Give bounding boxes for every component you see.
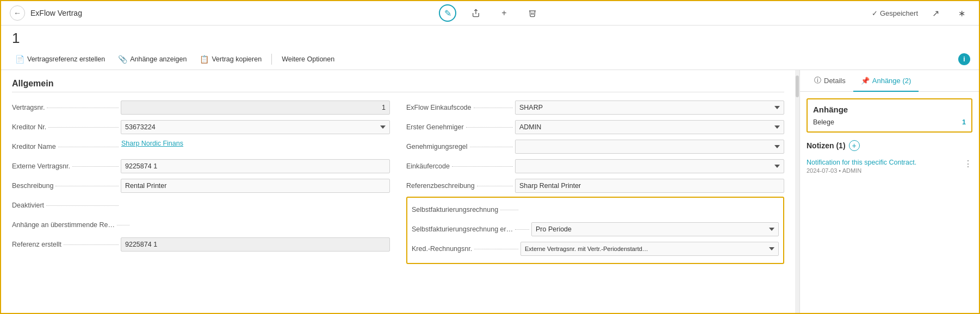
note-menu-button[interactable]: ⋮ — [964, 159, 972, 169]
kreditor-nr-select[interactable]: 53673224 — [121, 120, 390, 134]
referenzbeschreibung-input[interactable] — [515, 179, 784, 193]
add-button[interactable]: + — [495, 4, 513, 22]
clip-icon: 📌 — [861, 77, 870, 85]
scrollbar-thumb[interactable] — [796, 76, 799, 97]
beschreibung-label: Beschreibung — [12, 182, 53, 190]
form-row-kred-rechnungsnr: Kred.-Rechnungsnr. Externe Vertragsnr. m… — [412, 240, 779, 258]
notizen-header: Notizen (1) + — [807, 140, 972, 151]
page-title-bar: 1 — [1, 26, 979, 49]
form-row-genehmigungsregel: Genehmigungsregel — [406, 138, 784, 155]
einkaufscode-label: ExFlow Einkaufscode — [406, 104, 472, 111]
delete-button[interactable] — [524, 4, 541, 22]
form-row-externe-nr: Externe Vertragsnr. — [12, 158, 390, 175]
belege-label: Belege — [813, 118, 834, 126]
tab-details[interactable]: ⓘ Details — [807, 70, 853, 92]
anhaenge-box: Anhänge Belege 1 — [807, 98, 972, 133]
sidebar-content: Anhänge Belege 1 Notizen (1) + Notificat… — [800, 92, 979, 313]
form-col-right: ExFlow Einkaufscode SHARP — [406, 99, 784, 264]
note-author: ADMIN — [842, 167, 861, 174]
genehmiger-select[interactable]: ADMIN — [515, 120, 784, 134]
more-options[interactable]: Weitere Optionen — [276, 53, 340, 66]
copy-contract-button[interactable]: 📋 Vertrag kopieren — [194, 52, 267, 66]
externe-nr-input[interactable] — [121, 159, 390, 173]
kred-rechnungsnr-label: Kred.-Rechnungsnr. — [412, 245, 472, 253]
copy-icon: 📋 — [200, 55, 209, 64]
details-icon: ⓘ — [814, 76, 821, 85]
selbstfakt-er-select[interactable]: Pro Periode — [531, 222, 779, 236]
notizen-title: Notizen (1) — [807, 141, 846, 150]
tab-anhaenge[interactable]: 📌 Anhänge (2) — [853, 70, 919, 92]
genehmigungsregel-select[interactable] — [515, 140, 784, 154]
anhaenge-row: Belege 1 — [813, 118, 966, 126]
create-ref-button[interactable]: 📄 Vertragsreferenz erstellen — [10, 52, 110, 66]
form-row-vertragsnr: Vertragsnr. 1 — [12, 99, 390, 116]
belege-count[interactable]: 1 — [962, 118, 966, 126]
externe-nr-label: Externe Vertragsnr. — [12, 162, 70, 170]
expand-button[interactable]: ↗ — [927, 4, 944, 22]
form-row-referenzbeschreibung: Referenzbeschreibung — [406, 177, 784, 194]
action-separator — [271, 54, 272, 65]
edit-button[interactable]: ✎ — [439, 4, 456, 22]
share-button[interactable] — [467, 4, 485, 22]
form-row-anhaenge-match: Anhänge an überstimmende Re… — [12, 216, 390, 234]
info-circle[interactable]: i — [958, 53, 970, 65]
top-bar: ← ExFlow Vertrag ✎ + Gespeichert ↗ ∗ — [1, 1, 979, 26]
selbstfakt-label: Selbstfakturierungsrechnung — [412, 206, 498, 213]
form-row-genehmiger: Erster Genehmiger ADMIN — [406, 118, 784, 136]
einkaufscode-select[interactable]: SHARP — [515, 101, 784, 115]
action-bar: 📄 Vertragsreferenz erstellen 📎 Anhänge a… — [1, 49, 979, 70]
einkauefercode-select[interactable] — [515, 159, 784, 173]
show-attachments-button[interactable]: 📎 Anhänge anzeigen — [113, 52, 192, 66]
form-row-selbstfakt: Selbstfakturierungsrechnung — [412, 201, 779, 218]
sidebar-tabs: ⓘ Details 📌 Anhänge (2) — [800, 70, 979, 92]
section-allgemein: Allgemein — [12, 79, 784, 92]
anhaenge-label: Anhänge (2) — [872, 77, 911, 85]
referenz-value: 9225874 1 — [121, 237, 390, 252]
create-ref-label: Vertragsreferenz erstellen — [27, 55, 105, 63]
note-content: Notification for this specific Contract.… — [807, 159, 959, 174]
referenz-label: Referenz erstellt — [12, 241, 61, 248]
note-date: 2024-07-03 — [807, 167, 837, 174]
kred-rechnungsnr-select[interactable]: Externe Vertragsnr. mit Vertr.-Periodens… — [520, 242, 779, 256]
attachment-icon: 📎 — [118, 55, 127, 64]
anhaenge-match-label: Anhänge an überstimmende Re… — [12, 221, 115, 229]
form-row-einkauefercode: Einkäufercode — [406, 158, 784, 175]
form-row-kreditor-nr: Kreditor Nr. 53673224 — [12, 118, 390, 136]
anhaenge-box-title: Anhänge — [813, 105, 966, 114]
highlighted-section: Selbstfakturierungsrechnung — [406, 197, 784, 264]
form-area: Allgemein Vertragsnr. 1 — [1, 70, 795, 313]
details-label: Details — [824, 77, 846, 85]
form-row-selbstfakt-er: Selbstfakturierungsrechnung er… Pro Peri… — [412, 221, 779, 238]
note-text[interactable]: Notification for this specific Contract. — [807, 159, 959, 166]
note-item: Notification for this specific Contract.… — [807, 156, 972, 176]
selbstfakt-er-label: Selbstfakturierungsrechnung er… — [412, 225, 513, 233]
note-meta: 2024-07-03 • ADMIN — [807, 167, 959, 174]
notizen-add-button[interactable]: + — [849, 140, 860, 151]
vertragsnr-label: Vertragsnr. — [12, 104, 45, 111]
beschreibung-input[interactable] — [121, 179, 390, 193]
form-columns: Vertragsnr. 1 Kreditor Nr. — [12, 99, 784, 264]
einkauefercode-label: Einkäufercode — [406, 162, 450, 170]
vertragsnr-value: 1 — [121, 101, 390, 115]
form-col-left: Vertragsnr. 1 Kreditor Nr. — [12, 99, 406, 264]
top-center-actions: ✎ + — [439, 4, 541, 22]
saved-status: Gespeichert — [872, 9, 918, 17]
back-button[interactable]: ← — [10, 5, 25, 21]
form-row-kreditor-name: Kreditor Name Sharp Nordic Finans — [12, 138, 390, 155]
page-number: 1 — [12, 30, 20, 46]
top-right-actions: Gespeichert ↗ ∗ — [872, 4, 970, 22]
sidebar: ⓘ Details 📌 Anhänge (2) Anhänge Belege 1 — [799, 70, 979, 313]
kreditor-nr-label: Kreditor Nr. — [12, 123, 46, 131]
main-content: Allgemein Vertragsnr. 1 — [1, 70, 979, 313]
create-ref-icon: 📄 — [15, 55, 24, 64]
deaktiviert-label: Deaktiviert — [12, 202, 44, 209]
kreditor-name-link[interactable]: Sharp Nordic Finans — [121, 137, 184, 149]
collapse-button[interactable]: ∗ — [953, 4, 970, 22]
referenzbeschreibung-label: Referenzbeschreibung — [406, 182, 475, 190]
kreditor-name-label: Kreditor Name — [12, 143, 56, 150]
form-row-einkaufscode: ExFlow Einkaufscode SHARP — [406, 99, 784, 116]
scrollbar-track[interactable] — [795, 70, 799, 313]
form-row-referenz: Referenz erstellt 9225874 1 — [12, 236, 390, 253]
genehmiger-label: Erster Genehmiger — [406, 123, 464, 131]
form-row-beschreibung: Beschreibung — [12, 177, 390, 194]
